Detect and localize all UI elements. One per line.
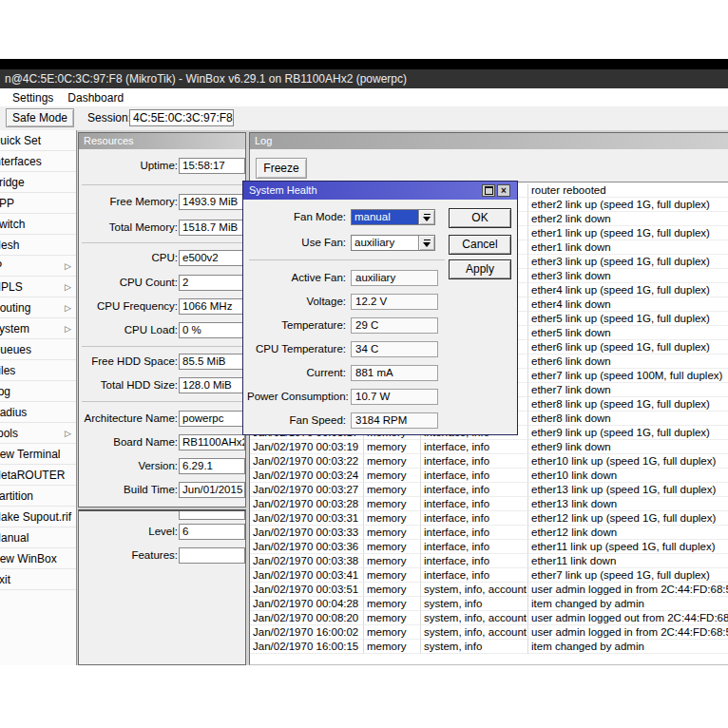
close-icon[interactable]: × [497, 184, 510, 197]
dropdown-arrow-icon [423, 213, 431, 221]
sidebar-item-interfaces[interactable]: Interfaces [0, 151, 76, 172]
log-cell-message: ether3 link up (speed 1G, full duplex) [528, 255, 728, 269]
sidebar-item-new-terminal[interactable]: New Terminal [0, 444, 76, 465]
log-cell-buffer: memory [364, 625, 421, 640]
system-health-titlebar[interactable]: System Health [243, 182, 517, 200]
log-panel-titlebar[interactable]: Log [250, 133, 728, 149]
log-row[interactable]: Jan/02/1970 00:08:20memorysystem, info, … [250, 611, 728, 625]
log-cell-time: Jan/02/1970 00:03:22 [250, 454, 364, 469]
sidebar-item-label: New Terminal [0, 444, 76, 465]
log-row[interactable]: Jan/02/1970 00:03:38memoryinterface, inf… [250, 554, 728, 568]
log-cell-message: ether4 link up (speed 1G, full duplex) [528, 283, 728, 297]
sidebar-item-make-supout-rif[interactable]: Make Supout.rif [0, 507, 76, 527]
log-cell-buffer: memory [364, 511, 421, 526]
log-row[interactable]: Jan/02/1970 16:00:02memorysystem, info, … [250, 625, 728, 640]
sidebar-item-exit[interactable]: Exit [0, 569, 76, 590]
sidebar-item-partition[interactable]: Partition [0, 486, 76, 507]
log-cell-message: ether4 link down [528, 297, 728, 312]
sidebar-item-system[interactable]: System▷ [0, 318, 76, 339]
window-title: n@4C:5E:0C:3C:97:F8 (MikroTik) - WinBox … [5, 72, 407, 86]
sidebar-item-label: Quick Set [0, 130, 76, 151]
field-value: 29 C [352, 318, 437, 333]
log-cell-message: ether7 link down [528, 383, 728, 397]
log-cell-message: user admin logged out from 2C:44:FD:68:5… [528, 611, 728, 625]
sidebar-item-ppp[interactable]: PPP [0, 193, 76, 214]
log-cell-message: ether6 link up (speed 1G, full duplex) [528, 340, 728, 354]
current-field: 881 mA [351, 365, 438, 381]
sidebar-item-mpls[interactable]: MPLS▷ [0, 277, 76, 297]
sidebar-item-mesh[interactable]: Mesh [0, 235, 76, 256]
sidebar-item-log[interactable]: Log [0, 381, 76, 402]
fan-mode-combobox[interactable]: manual [351, 209, 435, 225]
sidebar-item-manual[interactable]: Manual [0, 527, 76, 548]
menu-item-settings[interactable]: Settings [12, 91, 53, 105]
sidebar-item-quick-set[interactable]: Quick Set [0, 130, 76, 151]
sidebar-item-bridge[interactable]: Bridge [0, 172, 76, 193]
field-value: 34 C [352, 342, 437, 356]
log-cell-topics: interface, info [421, 540, 528, 554]
sidebar-item-label: Make Supout.rif [0, 507, 76, 527]
log-cell-message: ether10 link up (speed 1G, full duplex) [528, 454, 728, 469]
sidebar-item-routing[interactable]: Routing▷ [0, 297, 76, 318]
cpu-temperature-field: 34 C [351, 341, 438, 357]
log-cell-time: Jan/02/1970 16:00:02 [250, 625, 364, 640]
log-row[interactable]: Jan/02/1970 00:03:19memoryinterface, inf… [250, 440, 728, 454]
field-label: Temperature: [247, 317, 346, 334]
ok-button[interactable]: OK [449, 208, 511, 228]
system-health-dialog: System Health × Fan Mode:manualUse Fan:a… [242, 181, 518, 435]
field-label: Architecture Name: [81, 411, 178, 427]
log-row[interactable]: Jan/02/1970 00:03:36memoryinterface, inf… [250, 540, 728, 554]
log-row[interactable]: Jan/02/1970 00:03:27memoryinterface, inf… [250, 483, 728, 497]
log-row[interactable]: Jan/02/1970 00:03:24memoryinterface, inf… [250, 469, 728, 483]
log-cell-message: ether7 link up (speed 1G, full duplex) [528, 568, 728, 583]
sidebar-item-radius[interactable]: Radius [0, 402, 76, 423]
log-cell-time: Jan/02/1970 16:00:15 [250, 640, 364, 654]
apply-button[interactable]: Apply [449, 259, 511, 279]
sidebar-item-files[interactable]: Files [0, 360, 76, 381]
log-row[interactable]: Jan/02/1970 00:03:33memoryinterface, inf… [250, 526, 728, 540]
field-value: 1518.7 MiB [180, 220, 244, 235]
field-value-box: 15:58:17 [179, 158, 245, 174]
log-row[interactable]: Jan/02/1970 00:03:41memoryinterface, inf… [250, 568, 728, 583]
log-cell-message: ether12 link up (speed 1G, full duplex) [528, 511, 728, 526]
log-cell-buffer: memory [364, 554, 421, 568]
field-label: CPU: [81, 250, 178, 266]
group-separator [82, 242, 242, 243]
sidebar-item-label: Exit [0, 569, 76, 590]
dropdown-button[interactable] [418, 210, 434, 224]
license-partial-field [179, 511, 245, 520]
field-value: 6.29.1 [180, 459, 244, 473]
use-fan-combobox[interactable]: auxiliary [351, 235, 435, 251]
sidebar-item-ip[interactable]: IP▷ [0, 256, 76, 277]
session-field[interactable]: 4C:5E:0C:3C:97:F8 [129, 109, 234, 126]
resources-panel-titlebar[interactable]: Resources [79, 133, 245, 149]
freeze-button[interactable]: Freeze [256, 158, 307, 179]
log-cell-message: item changed by admin [528, 597, 728, 611]
log-cell-buffer: memory [364, 640, 421, 654]
log-row[interactable]: Jan/02/1970 00:03:28memoryinterface, inf… [250, 497, 728, 511]
log-row[interactable]: Jan/02/1970 16:00:15memorysystem, infoit… [250, 640, 728, 654]
log-cell-message: ether11 link up (speed 1G, full duplex) [528, 540, 728, 554]
log-row[interactable]: Jan/02/1970 00:03:22memoryinterface, inf… [250, 454, 728, 469]
log-row[interactable]: Jan/02/1970 00:04:28memorysystem, infoit… [250, 597, 728, 611]
log-row[interactable]: Jan/02/1970 00:03:51memorysystem, info, … [250, 583, 728, 597]
log-cell-message: ether2 link down [528, 212, 728, 226]
field-value: 1066 MHz [180, 299, 244, 314]
dropdown-button[interactable] [418, 236, 434, 250]
safe-mode-button[interactable]: Safe Mode [6, 108, 74, 127]
combobox-value: manual [352, 210, 420, 224]
sidebar-item-queues[interactable]: Queues [0, 339, 76, 360]
sidebar-item-new-winbox[interactable]: New WinBox [0, 548, 76, 569]
field-label: Total HDD Size: [81, 377, 178, 393]
cancel-button[interactable]: Cancel [449, 235, 511, 255]
dialog-separator [249, 259, 445, 260]
log-cell-message: ether9 link up (speed 1G, full duplex) [528, 426, 728, 440]
log-row[interactable]: Jan/02/1970 00:03:31memoryinterface, inf… [250, 511, 728, 526]
window-titlebar[interactable]: n@4C:5E:0C:3C:97:F8 (MikroTik) - WinBox … [0, 69, 728, 88]
menu-item-dashboard[interactable]: Dashboard [67, 91, 124, 105]
sidebar-item-tools[interactable]: Tools▷ [0, 423, 76, 444]
sidebar-item-switch[interactable]: Switch [0, 214, 76, 235]
sidebar-item-metarouter[interactable]: MetaROUTER [0, 465, 76, 486]
maximize-icon[interactable] [482, 184, 495, 197]
field-value-box: Jun/01/2015 [179, 482, 245, 498]
